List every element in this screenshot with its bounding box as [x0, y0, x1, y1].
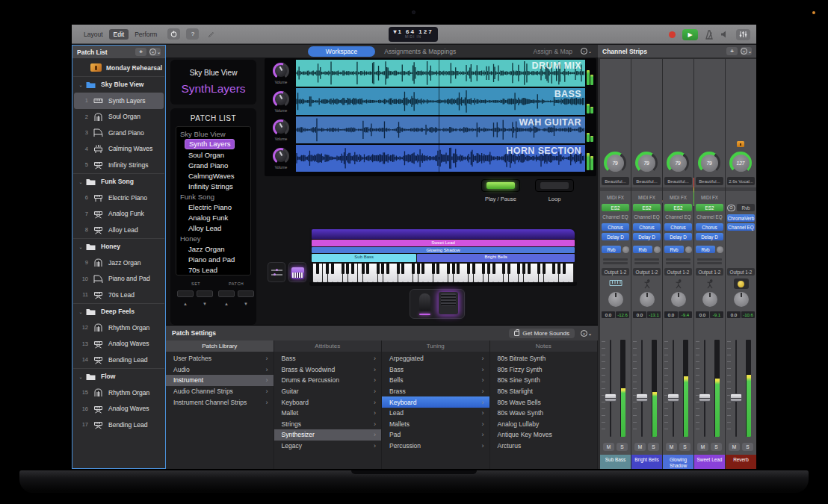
sidebar-set-sky-blue-view[interactable]: ⌄Sky Blue View	[74, 77, 164, 93]
set-up-button[interactable]	[177, 290, 194, 297]
mute-button[interactable]: M	[697, 443, 708, 451]
library-item-mallets[interactable]: Mallets›	[382, 419, 489, 430]
library-item-audio-channel-strips[interactable]: Audio Channel Strips›	[166, 386, 274, 397]
set-down-button[interactable]	[197, 290, 213, 297]
sidebar-item-jazz-organ[interactable]: 9Jazz Organ	[74, 255, 164, 271]
sidebar-item-calming-waves[interactable]: 4Calming Waves	[74, 141, 164, 158]
tab-patch-library[interactable]: Patch Library	[166, 340, 274, 352]
sidebar-item-rhythm-organ[interactable]: 15Rhythm Organ	[74, 385, 164, 401]
send-slot-chorus[interactable]: Chorus	[602, 223, 629, 231]
track-volume-knob[interactable]	[273, 148, 289, 164]
levels-button[interactable]	[736, 29, 750, 40]
piano-key-black[interactable]	[563, 264, 566, 274]
piano-key-black[interactable]	[342, 264, 345, 274]
library-item-instrument-channel-strips[interactable]: Instrument Channel Strips›	[166, 396, 274, 408]
fader-track[interactable]	[704, 340, 705, 437]
library-item-antique-key-moves[interactable]: Antique Key Moves	[490, 429, 598, 441]
piano-key-black[interactable]	[421, 264, 424, 274]
library-item-drums-&-percussion[interactable]: Drums & Percussion›	[274, 375, 382, 386]
piano-key-black[interactable]	[487, 264, 490, 274]
piano-key-black[interactable]	[397, 264, 400, 274]
sidebar-item-soul-organ[interactable]: 2Soul Organ	[74, 109, 164, 125]
mute-button[interactable]: M	[603, 443, 614, 451]
patch-settings-action-menu[interactable]: ⌄⌄	[581, 330, 592, 337]
output-button[interactable]: Output 1-2	[633, 268, 661, 276]
tab-tuning[interactable]: Tuning	[382, 340, 490, 352]
ws-patch-row-synth-layers[interactable]: Synth Layers	[176, 139, 250, 149]
piano-key-black[interactable]	[412, 264, 415, 274]
strip-top-knob[interactable]: 79	[698, 152, 720, 174]
piano-key-black[interactable]	[492, 264, 495, 274]
sidebar-item-synth-layers[interactable]: 1Synth Layers	[74, 93, 164, 109]
strip-top-knob[interactable]: 79	[667, 152, 689, 174]
piano-key-black[interactable]	[517, 264, 520, 274]
piano-key-black[interactable]	[557, 264, 560, 274]
power-button[interactable]	[167, 28, 180, 40]
ws-patch-row-70s-lead[interactable]: 70s Lead	[176, 264, 250, 275]
strip-top-knob[interactable]: 79	[635, 152, 658, 174]
library-item-percussion[interactable]: Percussion›	[382, 441, 489, 452]
loop-button[interactable]	[535, 179, 574, 192]
get-more-sounds-button[interactable]: Get More Sounds	[509, 329, 575, 338]
ws-patch-row-grand-piano[interactable]: Grand Piano	[176, 160, 250, 170]
piano-key-black[interactable]	[552, 264, 555, 274]
sidebar-set-deep-feels[interactable]: ⌄Deep Feels	[74, 304, 164, 320]
send-slot-delay[interactable]: Delay D	[664, 233, 692, 240]
output-button[interactable]: Output 1-2	[664, 268, 692, 276]
piano-key-black[interactable]	[472, 264, 475, 274]
fader-handle[interactable]	[730, 393, 742, 402]
piano-key-black[interactable]	[351, 264, 354, 274]
send-slot-delay[interactable]: Delay D	[696, 233, 723, 240]
pan-knob[interactable]	[608, 292, 623, 307]
piano-key-black[interactable]	[502, 264, 505, 274]
set-up-arrow[interactable]: ▲	[177, 302, 194, 306]
piano-key-black[interactable]	[528, 264, 531, 274]
mode-layout[interactable]: Layout	[79, 29, 108, 40]
play-pause-button[interactable]	[481, 179, 520, 192]
ws-patch-row-alloy-lead[interactable]: Alloy Lead	[176, 223, 250, 233]
send-slot-rvb[interactable]: Rvb	[633, 246, 652, 253]
pan-knob[interactable]	[702, 292, 717, 307]
disclosure-triangle[interactable]: ⌄	[77, 309, 84, 314]
mode-edit[interactable]: Edit	[109, 29, 129, 40]
strip-setting-label[interactable]: Beautiful...	[664, 177, 692, 185]
library-item-80s-wave-bells[interactable]: 80s Wave Bells	[490, 396, 598, 408]
piano-key-black[interactable]	[346, 264, 349, 274]
aux-input-source[interactable]: Rvb	[737, 204, 755, 211]
piano-key-black[interactable]	[457, 264, 460, 274]
instrument-slot-es2[interactable]: ES2	[664, 204, 692, 211]
tab-attributes[interactable]: Attributes	[274, 340, 383, 352]
assign-map-button[interactable]: Assign & Map	[534, 48, 572, 55]
sidebar-item-analog-waves[interactable]: 13Analog Waves	[74, 336, 164, 352]
pan-knob[interactable]	[734, 292, 749, 307]
ws-patch-row-analog-funk[interactable]: Analog Funk	[176, 212, 250, 223]
library-item-arpeggiated[interactable]: Arpeggiated›	[382, 353, 489, 364]
add-patch-button[interactable]: +	[135, 48, 146, 56]
piano-key-white[interactable]	[569, 264, 573, 282]
workspace-action-menu[interactable]: ⌄⌄	[581, 48, 592, 55]
piano-key-black[interactable]	[436, 264, 439, 274]
library-item-brass[interactable]: Brass›	[382, 386, 489, 397]
play-button[interactable]: ▶	[682, 29, 698, 40]
library-item-80s-starlight[interactable]: 80s Starlight	[490, 386, 598, 397]
track-volume-knob[interactable]	[273, 63, 289, 79]
tab-workspace[interactable]: Workspace	[308, 46, 375, 57]
layer-bar-sweet-lead[interactable]: Sweet Lead	[312, 240, 575, 246]
instrument-slot-es2[interactable]: ES2	[696, 204, 723, 211]
piano-key-black[interactable]	[417, 264, 420, 274]
library-item-brass-&-woodwind[interactable]: Brass & Woodwind›	[274, 364, 382, 376]
library-item-analog-lullaby[interactable]: Analog Lullaby	[490, 419, 598, 430]
tab-notes[interactable]: Notes	[490, 340, 599, 352]
piano-key-black[interactable]	[386, 264, 389, 274]
send-level-knob[interactable]	[622, 246, 629, 253]
layer-bar-sub-bass[interactable]: Sub Bass	[312, 254, 416, 262]
library-item-strings[interactable]: Strings›	[274, 419, 382, 430]
sidebar-item-analog-waves[interactable]: 16Analog Waves	[74, 401, 164, 417]
expression-pedal[interactable]	[419, 293, 430, 311]
piano-key-black[interactable]	[467, 264, 470, 274]
sidebar-item-alloy-lead[interactable]: 8Alloy Lead	[74, 222, 164, 238]
fader-track[interactable]	[610, 340, 611, 437]
piano-key-black[interactable]	[432, 264, 435, 274]
piano-key-black[interactable]	[507, 264, 510, 274]
speaker-icon[interactable]	[720, 30, 729, 39]
